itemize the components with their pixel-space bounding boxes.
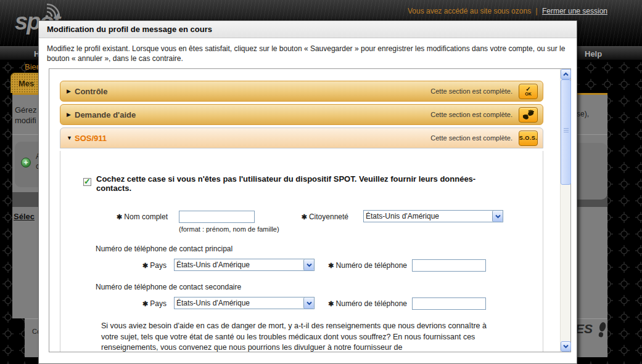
- session-divider: |: [535, 7, 537, 15]
- checkmark-icon: ✓: [84, 177, 91, 186]
- tab-messages-partial[interactable]: Mes: [10, 73, 39, 93]
- primary-number-label-text: Numéro de téléphone: [336, 261, 407, 270]
- primary-country-selected-value: États-Unis d'Amérique: [175, 261, 303, 269]
- citizenship-label-text: Citoyenneté: [309, 212, 348, 221]
- session-notice: Vous avez accédé au site sous ozons: [408, 7, 531, 15]
- footer-brand-text: ES: [575, 322, 593, 336]
- secondary-number-input[interactable]: [412, 297, 486, 310]
- full-name-label-text: Nom complet: [124, 212, 168, 221]
- primary-number-label: ✱ Numéro de téléphone: [319, 261, 407, 270]
- full-name-label: ✱ Nom complet: [60, 212, 168, 221]
- required-marker: ✱: [142, 300, 148, 307]
- citizenship-label: ✱ Citoyenneté: [264, 212, 348, 221]
- session-bar: Vous avez accédé au site sous ozons | Fe…: [408, 7, 607, 15]
- help-hands-button[interactable]: [519, 107, 538, 123]
- sos-button[interactable]: S.O.S.: [519, 131, 538, 146]
- scroll-down-button[interactable]: [561, 341, 571, 352]
- full-name-input[interactable]: [179, 211, 255, 223]
- chevron-down-icon: [303, 259, 314, 270]
- section-header-sos-911[interactable]: ▼ SOS/911 Cette section est complète. S.…: [60, 127, 543, 148]
- ok-check-button[interactable]: ✓ OK: [519, 84, 538, 99]
- secondary-country-selected-value: États-Unis d'Amérique: [175, 299, 303, 307]
- chevron-right-icon: ▶: [67, 88, 75, 94]
- full-name-format-hint: (format : prénom, nom de famille): [179, 225, 279, 233]
- chevron-up-icon: [563, 72, 569, 76]
- required-marker: ✱: [328, 262, 334, 269]
- medical-question-text: Si vous aviez besoin d'aide en cas de da…: [101, 321, 502, 352]
- required-marker: ✱: [117, 213, 122, 220]
- primary-country-label: ✱ Pays: [97, 261, 167, 270]
- intro-text-partial: Gérez modifi: [15, 105, 36, 126]
- primary-phone-heading: Numéro de téléphone de contact principal: [96, 245, 233, 253]
- vertical-scrollbar[interactable]: [560, 69, 570, 352]
- secondary-number-label-text: Numéro de téléphone: [336, 299, 407, 308]
- signal-waves-icon: [42, 1, 67, 18]
- check-icon: ✓: [525, 86, 530, 92]
- footer-brand-logo-partial: ES: [575, 322, 607, 338]
- section-status: Cette section est complète.: [430, 134, 512, 142]
- not-spot-user-label: Cochez cette case si vous n'êtes pas l'u…: [96, 174, 492, 193]
- chevron-down-icon: [492, 211, 503, 222]
- section-title: Contrôle: [75, 87, 107, 96]
- intro-line-1: Gérez: [15, 105, 36, 115]
- citizenship-selected-value: États-Unis d'Amérique: [364, 212, 492, 220]
- add-icon[interactable]: +: [21, 158, 31, 168]
- scrollbar-thumb[interactable]: [561, 79, 571, 185]
- ok-label: OK: [525, 92, 532, 97]
- citizenship-select[interactable]: États-Unis d'Amérique: [363, 210, 503, 222]
- sos-section-body: ✓ Cochez cette case si vous n'êtes pas l…: [60, 151, 543, 352]
- dialog-scroll-area: ▶ Contrôle Cette section est complète. ✓…: [49, 68, 571, 352]
- edit-message-profile-dialog: Modification du profil de message en cou…: [38, 20, 577, 364]
- sos-label: S.O.S.: [519, 135, 538, 141]
- intro-line-2: modifi: [15, 115, 36, 126]
- section-header-demande-aide[interactable]: ▶ Demande d'aide Cette section est compl…: [60, 104, 543, 125]
- select-link-partial[interactable]: Sélec: [14, 212, 35, 221]
- footprint-icon: [597, 322, 607, 338]
- nav-item-help[interactable]: Help: [585, 49, 602, 59]
- secondary-country-select[interactable]: États-Unis d'Amérique: [174, 297, 315, 309]
- not-spot-user-checkbox[interactable]: ✓: [83, 178, 91, 186]
- chevron-down-icon: [303, 297, 314, 309]
- chevron-down-icon: ▼: [67, 135, 75, 141]
- required-marker: ✱: [142, 262, 148, 269]
- section-title: SOS/911: [75, 134, 107, 143]
- dialog-title: Modification du profil de message en cou…: [39, 21, 577, 38]
- dialog-scroll-content: ▶ Contrôle Cette section est complète. ✓…: [49, 69, 560, 352]
- required-marker: ✱: [328, 300, 334, 307]
- helping-hands-icon: [522, 110, 535, 120]
- right-text-fragment: se),: [577, 110, 589, 118]
- dialog-description: Modifiez le profil existant. Lorsque vou…: [47, 44, 569, 63]
- secondary-country-label: ✱ Pays: [97, 299, 167, 308]
- logout-link[interactable]: Fermer une session: [542, 7, 607, 15]
- secondary-country-label-text: Pays: [150, 299, 167, 308]
- section-title: Demande d'aide: [75, 110, 136, 119]
- secondary-phone-heading: Numéro de téléphone de contact secondair…: [96, 283, 241, 291]
- secondary-number-label: ✱ Numéro de téléphone: [319, 299, 407, 308]
- chevron-right-icon: ▶: [67, 111, 75, 118]
- required-marker: ✱: [301, 213, 307, 220]
- section-status: Cette section est complète.: [430, 111, 512, 118]
- primary-country-label-text: Pays: [150, 261, 167, 270]
- section-status: Cette section est complète.: [430, 87, 512, 95]
- primary-number-input[interactable]: [412, 259, 486, 272]
- chevron-down-icon: [563, 344, 569, 349]
- scroll-up-button[interactable]: [561, 69, 571, 79]
- section-header-controle[interactable]: ▶ Contrôle Cette section est complète. ✓…: [60, 81, 543, 102]
- primary-country-select[interactable]: États-Unis d'Amérique: [174, 259, 315, 271]
